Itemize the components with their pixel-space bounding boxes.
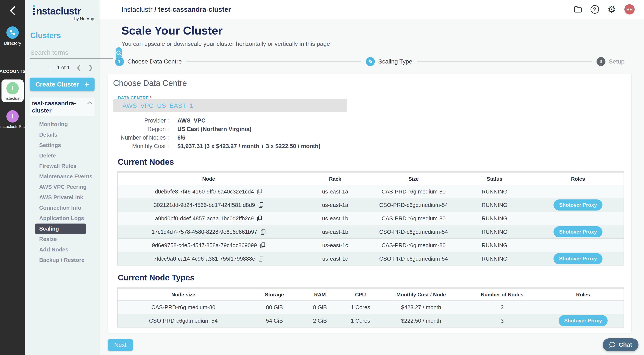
- help-icon[interactable]: ?: [590, 5, 599, 14]
- copy-icon[interactable]: [258, 202, 264, 208]
- table-row: CAS-PRD-r6g.medium-8080 GiB8 GiB1 Cores$…: [118, 300, 624, 314]
- copy-icon[interactable]: [258, 256, 264, 262]
- role-badge: Shotover Proxy: [558, 315, 607, 326]
- chat-icon: [609, 341, 616, 348]
- step-connector: [417, 61, 592, 62]
- table-header: Node sizeStorageRAMCPUMonthly Cost / Nod…: [118, 289, 624, 300]
- chevron-right-icon[interactable]: ❯: [88, 64, 93, 71]
- search-icon: [116, 50, 122, 56]
- chevron-up-icon: [87, 101, 92, 105]
- main-area: Instaclustr / test-cassandra-cluster ? ⚙…: [99, 0, 644, 355]
- detail-value: $1,937.31 (3 x $423.27 / month + 3 x $22…: [178, 143, 320, 150]
- account-item-instaclustr-pr[interactable]: I Instaclustr Pr...: [2, 108, 24, 130]
- pencil-icon: ✎: [366, 57, 375, 66]
- step-3-circle: 3: [596, 57, 606, 66]
- chevron-left-icon[interactable]: ❮: [76, 64, 82, 71]
- current-node-types-heading: Current Node Types: [118, 273, 624, 282]
- breadcrumb: Instaclustr / test-cassandra-cluster: [122, 6, 231, 14]
- directory-label: Directory: [4, 41, 21, 46]
- step-setup[interactable]: 3 Setup: [596, 57, 624, 66]
- search-button[interactable]: [116, 47, 122, 59]
- copy-icon[interactable]: [261, 229, 266, 235]
- data-centre-select[interactable]: AWS_VPC_US_EAST_1: [113, 99, 347, 112]
- role-badge: Shotover Proxy: [554, 226, 602, 237]
- sidebar-item-add-nodes[interactable]: Add Nodes: [39, 244, 94, 255]
- detail-label: Provider :: [113, 117, 169, 124]
- folder-icon[interactable]: [574, 6, 582, 13]
- card-heading: Choose Data Centre: [113, 79, 624, 88]
- account-rail: Directory ACCOUNTS I Instaclustr I Insta…: [0, 0, 25, 355]
- back-button[interactable]: [6, 5, 18, 17]
- sidebar-item-directory[interactable]: Directory: [4, 27, 21, 46]
- accounts-header: ACCOUNTS: [0, 69, 26, 74]
- step-choose-data-centre[interactable]: 1 Choose Data Centre: [115, 57, 182, 66]
- copy-icon[interactable]: [257, 189, 262, 195]
- breadcrumb-separator: /: [152, 6, 158, 13]
- table-row: 7fdcc9a0-ca14-4c96-a381-755f1799888e us-…: [118, 252, 624, 265]
- logo-subtitle: by NetApp: [33, 17, 94, 21]
- account-label: Instaclustr Pr...: [0, 124, 26, 129]
- step-connector: [186, 61, 361, 62]
- sidebar-item-firewall-rules[interactable]: Firewall Rules: [39, 161, 94, 171]
- role-badge: Shotover Proxy: [554, 253, 602, 264]
- table-row: 9d6e9758-c4e5-4547-858a-79c4dc869099 us-…: [118, 238, 624, 252]
- stepper: 1 Choose Data Centre ✎ Scaling Type 3 Se…: [115, 57, 624, 66]
- sidebar-item-maintenance-events[interactable]: Maintenance Events: [39, 171, 94, 182]
- data-centre-selected-option[interactable]: AWS_VPC_US_EAST_1: [122, 102, 193, 109]
- copy-icon[interactable]: [257, 215, 262, 221]
- current-nodes-heading: Current Nodes: [118, 157, 624, 167]
- table-row: d0eb5fe8-7f46-4160-9ff0-6a40c32e1cd4 us-…: [118, 185, 624, 198]
- create-cluster-button[interactable]: Create Cluster +: [30, 78, 94, 91]
- detail-value: 6/6: [178, 134, 186, 141]
- search-input[interactable]: [30, 48, 113, 59]
- step-scaling-type[interactable]: ✎ Scaling Type: [366, 57, 412, 66]
- pagination-label: 1 – 1 of 1: [48, 65, 70, 71]
- user-avatar[interactable]: HH: [624, 4, 635, 15]
- current-node-types-table: Node sizeStorageRAMCPUMonthly Cost / Nod…: [117, 287, 624, 327]
- choose-data-centre-card: Choose Data Centre DATA CENTRE* AWS_VPC_…: [108, 74, 632, 333]
- sidebar-item-connection-info[interactable]: Connection Info: [39, 203, 94, 213]
- gear-icon[interactable]: ⚙: [608, 5, 616, 14]
- sidebar-item-aws-privatelink[interactable]: AWS PrivateLink: [39, 192, 94, 203]
- detail-value: US East (Northern Virginia): [178, 126, 252, 133]
- back-chevron-icon: [9, 6, 16, 15]
- page-content: Scale Your Cluster You can upscale or do…: [99, 19, 644, 355]
- account-label: Instaclustr: [4, 96, 22, 101]
- page-title: Scale Your Cluster: [122, 24, 632, 37]
- sidebar-item-details[interactable]: Details: [39, 130, 94, 140]
- logo-text: nstaclustr: [36, 6, 81, 16]
- copy-icon[interactable]: [260, 242, 265, 248]
- sidebar-item-backup-restore[interactable]: Backup / Restore: [39, 255, 94, 265]
- table-row: 17c1d4d7-7578-4580-8228-9e6e6e661b97 us-…: [118, 225, 624, 238]
- logo-i-icon: [33, 5, 35, 16]
- topbar: Instaclustr / test-cassandra-cluster ? ⚙…: [99, 0, 644, 19]
- breadcrumb-root[interactable]: Instaclustr: [122, 6, 152, 13]
- sidebar-item-scaling[interactable]: Scaling: [35, 223, 86, 234]
- plus-icon: +: [84, 80, 89, 89]
- detail-label: Monthly Cost :: [113, 143, 169, 150]
- table-header: NodeRackSizeStatusRoles: [118, 173, 624, 185]
- data-centre-details: Provider :AWS_VPC Region :US East (North…: [113, 117, 624, 150]
- table-row: 302121dd-9d24-4566-be17-f24f581fd8d9 us-…: [118, 198, 624, 212]
- role-badge: Shotover Proxy: [554, 199, 602, 211]
- next-button[interactable]: Next: [108, 339, 133, 351]
- breadcrumb-current: test-cassandra-cluster: [158, 6, 231, 13]
- sidebar-item-settings[interactable]: Settings: [39, 140, 94, 150]
- sidebar-item-resize[interactable]: Resize: [39, 234, 94, 244]
- sidebar-item-monitoring[interactable]: Monitoring: [39, 119, 94, 130]
- sidebar-item-aws-vpc-peering[interactable]: AWS VPC Peering: [39, 182, 94, 192]
- avatar: I: [6, 110, 19, 123]
- current-nodes-table: NodeRackSizeStatusRoles d0eb5fe8-7f46-41…: [117, 171, 624, 265]
- sidebar-item-application-logs[interactable]: Application Logs: [39, 213, 94, 223]
- instaclustr-logo: nstaclustr by NetApp: [33, 5, 94, 21]
- directory-icon: [9, 29, 16, 36]
- cluster-accordion-header[interactable]: test-cassandra-cluster: [30, 98, 94, 116]
- avatar: I: [6, 82, 19, 94]
- cluster-menu: Monitoring Details Settings Delete Firew…: [30, 119, 94, 265]
- account-item-instaclustr[interactable]: I Instaclustr: [2, 80, 24, 102]
- sidebar-item-delete[interactable]: Delete: [39, 150, 94, 161]
- chat-button[interactable]: Chat: [603, 338, 638, 351]
- clusters-sidebar: nstaclustr by NetApp Clusters 1 – 1 of 1…: [25, 0, 99, 355]
- detail-value: AWS_VPC: [178, 117, 206, 124]
- page-subtitle: You can upscale or downscale your cluste…: [122, 41, 632, 47]
